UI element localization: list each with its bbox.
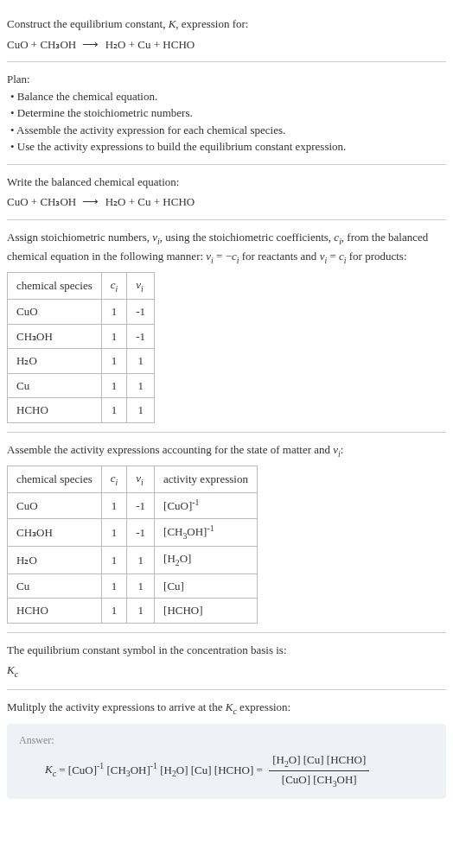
table-row: HCHO 1 1 xyxy=(8,398,155,423)
stoich-section: Assign stoichiometric numbers, νi, using… xyxy=(7,220,446,433)
plan-item: • Assemble the activity expression for e… xyxy=(10,122,446,139)
col-species: chemical species xyxy=(8,272,102,299)
table-row: CH₃OH 1 -1 xyxy=(8,324,155,349)
cell-c: 1 xyxy=(101,300,127,325)
multiply-section: Mulitply the activity expressions to arr… xyxy=(7,690,446,808)
cell-v: 1 xyxy=(127,398,155,423)
construct-prompt: Construct the equilibrium constant, K, e… xyxy=(7,16,446,33)
cell-expr: [CuO]-1 xyxy=(155,493,258,519)
activity-section: Assemble the activity expressions accoun… xyxy=(7,433,446,633)
symbol-value: Kc xyxy=(7,662,446,681)
construct-section: Construct the equilibrium constant, K, e… xyxy=(7,7,446,62)
cell-species: H₂O xyxy=(8,547,102,573)
balanced-intro: Write the balanced chemical equation: xyxy=(7,174,446,191)
answer-label: Answer: xyxy=(19,732,434,748)
balanced-equation: CuO + CH₃OH ⟶ H₂O + Cu + HCHO xyxy=(7,193,446,211)
cell-expr: [HCHO] xyxy=(155,599,258,624)
fraction: [H2O] [Cu] [HCHO] [CuO] [CH3OH] xyxy=(269,751,369,790)
plan-item-text: Balance the chemical equation. xyxy=(17,90,157,103)
symbol-section: The equilibrium constant symbol in the c… xyxy=(7,633,446,691)
col-vi: νi xyxy=(127,272,155,299)
table-row: H₂O 1 1 [H2O] xyxy=(8,547,258,573)
stoich-table: chemical species ci νi CuO 1 -1 CH₃OH 1 … xyxy=(7,272,155,423)
equation-lhs: CuO + CH₃OH xyxy=(7,195,76,208)
cell-c: 1 xyxy=(101,398,127,423)
cell-c: 1 xyxy=(101,547,127,573)
cell-species: CH₃OH xyxy=(8,518,102,547)
cell-expr: [CH3OH]-1 xyxy=(155,518,258,547)
cell-expr: [Cu] xyxy=(155,573,258,599)
table-header-row: chemical species ci νi xyxy=(8,272,155,299)
cell-species: CuO xyxy=(8,493,102,519)
plan-section: Plan: • Balance the chemical equation. •… xyxy=(7,62,446,165)
stoich-text: Assign stoichiometric numbers, νi, using… xyxy=(7,229,446,267)
cell-c: 1 xyxy=(101,373,127,398)
cell-species: HCHO xyxy=(8,599,102,624)
col-species: chemical species xyxy=(8,466,102,492)
activity-table: chemical species ci νi activity expressi… xyxy=(7,466,258,624)
cell-v: 1 xyxy=(127,373,155,398)
symbol-intro: The equilibrium constant symbol in the c… xyxy=(7,642,446,659)
col-expr: activity expression xyxy=(155,466,258,492)
plan-item: • Determine the stoichiometric numbers. xyxy=(10,105,446,122)
cell-v: 1 xyxy=(127,599,155,624)
table-row: Cu 1 1 [Cu] xyxy=(8,573,258,599)
cell-c: 1 xyxy=(101,349,127,374)
plan-title: Plan: xyxy=(7,71,446,88)
cell-c: 1 xyxy=(101,599,127,624)
cell-v: -1 xyxy=(127,300,155,325)
table-row: Cu 1 1 xyxy=(8,373,155,398)
fraction-numerator: [H2O] [Cu] [HCHO] xyxy=(269,751,369,771)
cell-c: 1 xyxy=(101,493,127,519)
cell-species: Cu xyxy=(8,373,102,398)
equation-lhs: CuO + CH₃OH xyxy=(7,38,76,51)
table-row: CuO 1 -1 [CuO]-1 xyxy=(8,493,258,519)
table-row: CH₃OH 1 -1 [CH3OH]-1 xyxy=(8,518,258,547)
construct-equation: CuO + CH₃OH ⟶ H₂O + Cu + HCHO xyxy=(7,36,446,54)
col-ci: ci xyxy=(101,466,127,492)
table-row: CuO 1 -1 xyxy=(8,300,155,325)
cell-species: HCHO xyxy=(8,398,102,423)
table-header-row: chemical species ci νi activity expressi… xyxy=(8,466,258,492)
fraction-denominator: [CuO] [CH3OH] xyxy=(269,771,369,790)
cell-species: H₂O xyxy=(8,349,102,374)
arrow-icon: ⟶ xyxy=(82,193,99,211)
cell-v: 1 xyxy=(127,547,155,573)
multiply-intro: Mulitply the activity expressions to arr… xyxy=(7,699,446,718)
cell-c: 1 xyxy=(101,573,127,599)
balanced-section: Write the balanced chemical equation: Cu… xyxy=(7,165,446,220)
cell-expr: [H2O] xyxy=(155,547,258,573)
col-ci: ci xyxy=(101,272,127,299)
cell-c: 1 xyxy=(101,324,127,349)
table-row: H₂O 1 1 xyxy=(8,349,155,374)
plan-item: • Use the activity expressions to build … xyxy=(10,138,446,155)
cell-species: CH₃OH xyxy=(8,324,102,349)
plan-item-text: Assemble the activity expression for eac… xyxy=(16,124,285,136)
plan-item-text: Use the activity expressions to build th… xyxy=(17,140,347,153)
col-vi: νi xyxy=(127,466,155,492)
cell-v: 1 xyxy=(127,573,155,599)
cell-v: -1 xyxy=(127,518,155,547)
table-row: HCHO 1 1 [HCHO] xyxy=(8,599,258,624)
answer-expression: Kc = [CuO]-1 [CH3OH]-1 [H2O] [Cu] [HCHO]… xyxy=(19,751,434,790)
answer-box: Answer: Kc = [CuO]-1 [CH3OH]-1 [H2O] [Cu… xyxy=(7,724,446,799)
plan-item: • Balance the chemical equation. xyxy=(10,88,446,105)
cell-v: -1 xyxy=(127,324,155,349)
plan-item-text: Determine the stoichiometric numbers. xyxy=(17,106,193,119)
cell-v: -1 xyxy=(127,493,155,519)
activity-intro: Assemble the activity expressions accoun… xyxy=(7,441,446,460)
cell-v: 1 xyxy=(127,349,155,374)
cell-species: Cu xyxy=(8,573,102,599)
arrow-icon: ⟶ xyxy=(82,36,99,54)
cell-c: 1 xyxy=(101,518,127,547)
cell-species: CuO xyxy=(8,300,102,325)
equation-rhs: H₂O + Cu + HCHO xyxy=(105,38,195,51)
equation-rhs: H₂O + Cu + HCHO xyxy=(105,195,195,208)
